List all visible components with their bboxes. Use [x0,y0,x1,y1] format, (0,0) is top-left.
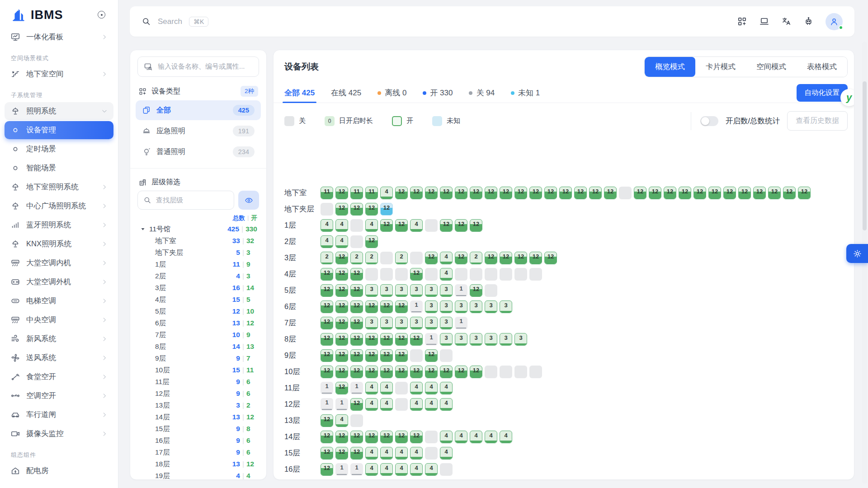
device-chip[interactable]: 12 [544,187,557,199]
device-chip[interactable]: 12 [350,333,363,346]
tree-node-floor[interactable]: 地下夹层5|3 [130,247,266,258]
device-chip[interactable]: 4 [425,398,438,411]
device-chip[interactable]: 4 [380,463,393,476]
tree-node-floor[interactable]: 6层13|12 [130,317,266,329]
device-chip[interactable]: 12 [410,431,423,443]
device-chip[interactable]: 2 [321,252,333,264]
device-chip[interactable]: 4 [500,431,512,443]
device-chip[interactable] [529,268,542,281]
device-chip[interactable]: 12 [350,349,363,362]
device-chip[interactable]: 3 [455,333,467,346]
device-type-item[interactable]: 普通照明234 [136,142,261,162]
device-chip[interactable]: 12 [693,187,706,199]
sidebar-item[interactable]: 智能场景 [5,159,113,177]
automation-settings-button[interactable]: 自动化设置 [797,84,848,102]
device-chip[interactable]: 12 [380,300,393,313]
device-chip[interactable] [514,366,527,378]
device-chip[interactable]: 12 [380,219,393,232]
device-chip[interactable]: 12 [440,219,453,232]
device-chip[interactable]: 4 [410,219,423,232]
tree-node-floor[interactable]: 19层4|4 [130,470,266,480]
device-chip[interactable] [500,268,512,281]
device-chip[interactable]: 12 [500,252,512,264]
device-chip[interactable]: 12 [455,219,467,232]
global-search-input[interactable]: Search ⌘K [142,17,737,27]
device-chip[interactable]: 12 [589,187,602,199]
device-chip[interactable]: 3 [440,284,453,297]
device-chip[interactable]: 2 [350,252,363,264]
device-chip[interactable]: 4 [365,463,378,476]
device-chip[interactable] [365,268,378,281]
device-chip[interactable]: 3 [395,284,408,297]
device-chip[interactable]: 12 [738,187,751,199]
sidebar-item[interactable]: 空调空开 [5,387,113,405]
device-chip[interactable]: 12 [321,414,333,427]
status-tab[interactable]: 未知 1 [511,83,540,103]
tree-node-floor[interactable]: 3层16|14 [130,282,266,294]
device-chip[interactable]: 4 [410,463,423,476]
device-chip[interactable] [470,268,482,281]
tree-node-floor[interactable]: 5层12|10 [130,305,266,317]
device-chip[interactable] [485,366,497,378]
device-chip[interactable]: 12 [321,431,333,443]
device-chip[interactable]: 1 [425,333,438,346]
tree-node-floor[interactable]: 11层9|6 [130,376,266,388]
device-chip[interactable]: 1 [350,382,363,394]
device-chip[interactable] [350,414,363,427]
device-chip[interactable]: 4 [440,447,453,460]
device-chip[interactable]: 12 [485,187,497,199]
device-chip[interactable] [395,268,408,281]
device-chip[interactable]: 12 [380,431,393,443]
device-chip[interactable]: 3 [470,333,482,346]
device-chip[interactable]: 12 [321,366,333,378]
status-tab[interactable]: 离线 0 [377,83,406,103]
device-chip[interactable]: 12 [723,187,736,199]
sidebar-item[interactable]: 地下室照明系统 [5,178,113,196]
device-chip[interactable]: 12 [335,431,348,443]
sidebar-item[interactable]: 新风系统 [5,330,113,348]
device-chip[interactable] [500,366,512,378]
tree-node-floor[interactable]: 1层11|9 [130,258,266,270]
device-chip[interactable]: 4 [321,235,333,248]
device-chip[interactable]: 4 [455,431,467,443]
sidebar-item[interactable]: 车行道闸 [5,406,113,424]
device-chip[interactable]: 4 [440,268,453,281]
device-chip[interactable]: 12 [440,366,453,378]
device-chip[interactable]: 4 [425,382,438,394]
status-tab[interactable]: 全部 425 [284,83,315,103]
view-mode-option[interactable]: 表格模式 [797,57,847,77]
sidebar-item[interactable]: 电梯空调 [5,292,113,310]
device-chip[interactable]: 12 [470,187,482,199]
device-chip[interactable] [485,268,497,281]
device-chip[interactable] [380,252,393,264]
device-chip[interactable]: 4 [321,219,333,232]
device-chip[interactable]: 12 [798,187,811,199]
tree-node-floor[interactable]: 13层3|2 [130,399,266,411]
sidebar-item[interactable]: 蓝牙照明系统 [5,216,113,234]
device-chip[interactable]: 4 [440,252,453,264]
device-chip[interactable]: 3 [365,284,378,297]
device-chip[interactable]: 12 [470,366,482,378]
device-chip[interactable]: 12 [783,187,796,199]
device-chip[interactable]: 12 [350,447,363,460]
device-chip[interactable]: 4 [485,431,497,443]
device-chip[interactable]: 12 [335,349,348,362]
device-chip[interactable]: 12 [455,187,467,199]
tree-node-floor[interactable]: 9层9|7 [130,352,266,364]
device-chip[interactable]: 12 [365,300,378,313]
device-chip[interactable]: 4 [335,235,348,248]
device-chip[interactable]: 3 [500,300,512,313]
device-chip[interactable]: 12 [500,187,512,199]
device-chip[interactable]: 12 [335,366,348,378]
sidebar-item[interactable]: 配电房 [5,462,113,480]
device-chip[interactable]: 12 [395,187,408,199]
device-chip[interactable] [350,219,363,232]
tree-node-floor[interactable]: 地下室33|32 [130,235,266,247]
device-chip[interactable]: 3 [425,284,438,297]
sidebar-item[interactable]: 大堂空调外机 [5,273,113,291]
status-tab[interactable]: 在线 425 [331,83,361,103]
device-chip[interactable]: 12 [380,349,393,362]
device-chip[interactable]: 3 [380,284,393,297]
device-chip[interactable]: 12 [350,284,363,297]
device-chip[interactable]: 3 [500,333,512,346]
